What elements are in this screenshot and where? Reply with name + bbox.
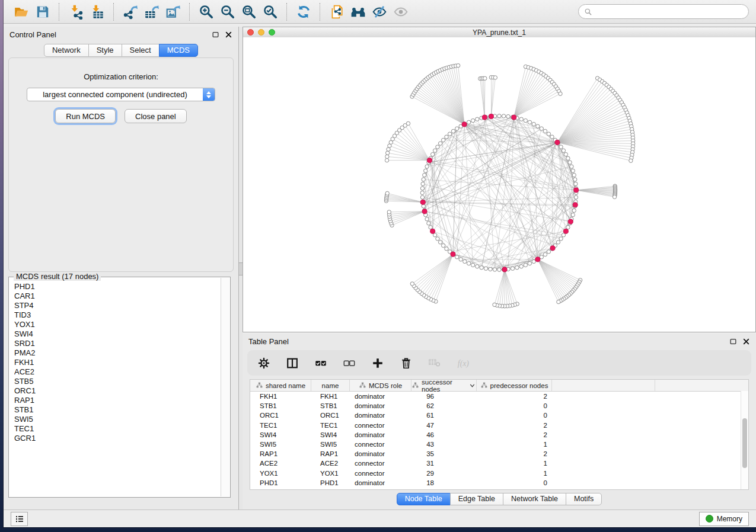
- close-panel-button[interactable]: Close panel: [125, 109, 187, 123]
- cell: 2: [477, 431, 552, 438]
- mcds-node-item[interactable]: STB1: [14, 405, 221, 415]
- table-row-ORC1[interactable]: ORC1ORC1dominator610: [250, 411, 748, 420]
- zoom-fit-icon[interactable]: [240, 2, 259, 21]
- close-table-panel-icon[interactable]: [742, 338, 750, 345]
- delete-column-icon[interactable]: [399, 356, 413, 370]
- mcds-node-item[interactable]: ACE2: [14, 367, 221, 377]
- float-panel-icon[interactable]: [212, 31, 219, 39]
- criterion-select[interactable]: largest connected component (undirected): [27, 88, 215, 101]
- mcds-node-item[interactable]: RAP1: [14, 396, 221, 405]
- cell: PHD1: [250, 479, 311, 486]
- table-row-SWI4[interactable]: SWI4SWI4dominator462: [250, 430, 748, 440]
- save-session-icon[interactable]: [33, 2, 52, 21]
- import-table-icon[interactable]: [88, 2, 107, 21]
- import-network-icon[interactable]: [66, 2, 85, 21]
- panels-menu-button[interactable]: [11, 512, 28, 526]
- mcds-node-item[interactable]: STB5: [14, 377, 221, 386]
- export-network-icon[interactable]: [121, 2, 140, 21]
- run-mcds-button[interactable]: Run MCDS: [55, 109, 116, 123]
- tab-mcds[interactable]: MCDS: [159, 44, 198, 57]
- network-window-titlebar: YPA_prune.txt_1: [243, 27, 755, 38]
- export-table-icon[interactable]: [142, 2, 161, 21]
- cell: connector: [350, 470, 412, 477]
- refresh-layout-icon[interactable]: [294, 2, 313, 21]
- mcds-node-item[interactable]: SWI5: [14, 415, 221, 424]
- cell: SWI5: [311, 441, 350, 448]
- tree-icon: [412, 382, 419, 389]
- table-row-PHD1[interactable]: PHD1PHD1dominator180: [250, 478, 748, 488]
- find-network-icon[interactable]: [349, 2, 368, 21]
- close-panel-icon[interactable]: [225, 31, 232, 39]
- node-table[interactable]: shared namenameMCDS rolesuccessor nodesp…: [250, 379, 749, 490]
- table-row-YOX1[interactable]: YOX1YOX1connector291: [250, 469, 748, 478]
- cell: STB1: [311, 402, 350, 409]
- mcds-node-item[interactable]: GCR1: [14, 434, 221, 443]
- mcds-node-item[interactable]: TEC1: [14, 424, 221, 434]
- table-scrollbar-thumb[interactable]: [742, 418, 747, 468]
- open-file-icon[interactable]: [12, 2, 31, 21]
- cell: FKH1: [250, 393, 311, 400]
- cell: 29: [412, 470, 477, 477]
- zoom-in-icon[interactable]: [197, 2, 216, 21]
- tab-network-table[interactable]: Network Table: [503, 493, 566, 505]
- cell: RAP1: [311, 450, 350, 457]
- tab-edge-table[interactable]: Edge Table: [450, 493, 503, 505]
- table-settings-icon[interactable]: [257, 356, 271, 370]
- cell: 0: [477, 479, 552, 486]
- hide-selected-icon[interactable]: [370, 2, 389, 21]
- table-row-FKH1[interactable]: FKH1FKH1dominator962: [250, 392, 748, 401]
- search-input[interactable]: [595, 7, 743, 17]
- column-header-name[interactable]: name: [311, 380, 350, 391]
- table-row-ACE2[interactable]: ACE2ACE2connector311: [250, 459, 748, 468]
- tab-select[interactable]: Select: [122, 44, 160, 57]
- mcds-node-item[interactable]: YOX1: [14, 320, 221, 329]
- memory-button[interactable]: Memory: [699, 512, 749, 526]
- cell: dominator: [350, 479, 412, 486]
- network-canvas[interactable]: [243, 37, 755, 332]
- network-search-box[interactable]: [578, 4, 749, 19]
- mcds-node-item[interactable]: SWI4: [14, 329, 221, 339]
- mcds-node-item[interactable]: SRD1: [14, 339, 221, 348]
- tab-network[interactable]: Network: [44, 44, 89, 57]
- toolbar-separator: [113, 3, 114, 21]
- column-header-shared-name[interactable]: shared name: [250, 380, 311, 391]
- zoom-selected-icon[interactable]: [261, 2, 280, 21]
- cell: 46: [412, 431, 477, 438]
- mcds-node-item[interactable]: CAR1: [14, 291, 221, 301]
- mcds-node-item[interactable]: PHD1: [14, 282, 221, 291]
- column-header-predecessor-nodes[interactable]: predecessor nodes: [477, 380, 552, 391]
- table-row-STB1[interactable]: STB1STB1dominator620: [250, 401, 748, 411]
- mcds-node-item[interactable]: STP4: [14, 301, 221, 310]
- table-scrollbar[interactable]: [741, 391, 748, 489]
- mcds-node-item[interactable]: PMA2: [14, 348, 221, 358]
- export-image-icon[interactable]: [164, 2, 183, 21]
- mcds-node-item[interactable]: FKH1: [14, 358, 221, 367]
- add-column-icon[interactable]: [371, 356, 385, 370]
- deselect-all-rows-icon[interactable]: [342, 356, 356, 370]
- cell: STB1: [250, 402, 311, 409]
- search-icon: [584, 8, 592, 16]
- column-header-successor-nodes[interactable]: successor nodes: [412, 380, 477, 391]
- mcds-list-scrollbar[interactable]: [221, 278, 229, 496]
- cell: dominator: [350, 431, 412, 438]
- column-visibility-icon[interactable]: [285, 356, 299, 370]
- select-all-rows-icon[interactable]: [314, 356, 328, 370]
- zoom-out-icon[interactable]: [218, 2, 237, 21]
- cell: dominator: [350, 412, 412, 419]
- tab-motifs[interactable]: Motifs: [566, 493, 602, 505]
- table-row-RAP1[interactable]: RAP1RAP1dominator352: [250, 449, 748, 459]
- tab-style[interactable]: Style: [88, 44, 122, 57]
- cell: 2: [477, 450, 552, 457]
- column-header-mcds-role[interactable]: MCDS role: [350, 380, 412, 391]
- float-table-panel-icon[interactable]: [729, 338, 737, 345]
- cell: FKH1: [311, 393, 350, 400]
- mcds-result-list[interactable]: PHD1CAR1STP4TID3YOX1SWI4SRD1PMA2FKH1ACE2…: [14, 282, 221, 496]
- mcds-node-item[interactable]: TID3: [14, 310, 221, 320]
- cell: 35: [412, 450, 477, 457]
- tab-node-table[interactable]: Node Table: [397, 493, 451, 505]
- table-row-SWI5[interactable]: SWI5SWI5connector431: [250, 440, 748, 449]
- table-row-TEC1[interactable]: TEC1TEC1connector472: [250, 421, 748, 430]
- clone-network-icon[interactable]: [327, 2, 346, 21]
- memory-label: Memory: [717, 515, 742, 523]
- mcds-node-item[interactable]: ORC1: [14, 386, 221, 396]
